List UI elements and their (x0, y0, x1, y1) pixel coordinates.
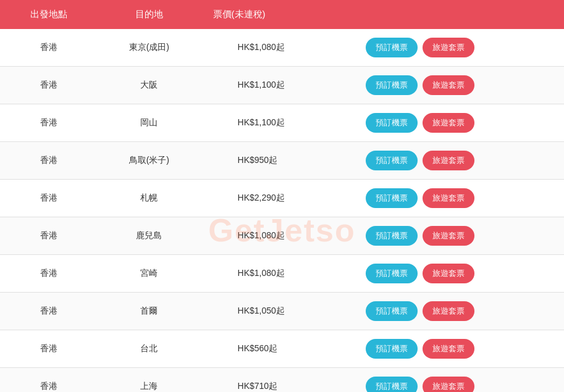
cell-price: HK$1,100起 (201, 67, 353, 104)
cell-price: HK$1,100起 (201, 104, 353, 142)
cell-origin: 香港 (0, 104, 98, 142)
header-destination: 目的地 (98, 0, 200, 29)
book-flight-button[interactable]: 預訂機票 (366, 377, 418, 392)
cell-destination: 東京(成田) (98, 29, 200, 67)
cell-destination: 首爾 (98, 293, 200, 330)
tour-package-button[interactable]: 旅遊套票 (423, 264, 474, 283)
tour-package-button[interactable]: 旅遊套票 (423, 38, 474, 57)
cell-origin: 香港 (0, 180, 98, 217)
tour-package-button[interactable]: 旅遊套票 (423, 113, 474, 133)
cell-actions: 預訂機票旅遊套票 (353, 29, 564, 67)
book-flight-button[interactable]: 預訂機票 (366, 75, 418, 95)
cell-price: HK$950起 (201, 142, 353, 180)
book-flight-button[interactable]: 預訂機票 (366, 301, 418, 321)
tour-package-button[interactable]: 旅遊套票 (423, 226, 474, 246)
cell-origin: 香港 (0, 368, 98, 393)
cell-price: HK$1,080起 (201, 29, 353, 67)
main-table-container: GetJetso 出發地點 目的地 票價(未連稅) 香港東京(成田)HK$1,0… (0, 0, 564, 392)
cell-actions: 預訂機票旅遊套票 (353, 293, 564, 330)
header-actions (353, 0, 564, 29)
cell-price: HK$2,290起 (201, 180, 353, 217)
cell-origin: 香港 (0, 142, 98, 180)
table-header-row: 出發地點 目的地 票價(未連稅) (0, 0, 564, 29)
flights-table: 出發地點 目的地 票價(未連稅) 香港東京(成田)HK$1,080起預訂機票旅遊… (0, 0, 564, 392)
cell-price: HK$1,050起 (201, 293, 353, 330)
book-flight-button[interactable]: 預訂機票 (366, 264, 418, 283)
cell-actions: 預訂機票旅遊套票 (353, 104, 564, 142)
book-flight-button[interactable]: 預訂機票 (366, 226, 418, 246)
cell-actions: 預訂機票旅遊套票 (353, 330, 564, 368)
cell-price: HK$1,080起 (201, 217, 353, 255)
table-row: 香港上海HK$710起預訂機票旅遊套票 (0, 368, 564, 393)
cell-actions: 預訂機票旅遊套票 (353, 368, 564, 393)
table-row: 香港首爾HK$1,050起預訂機票旅遊套票 (0, 293, 564, 330)
cell-destination: 札幌 (98, 180, 200, 217)
cell-actions: 預訂機票旅遊套票 (353, 67, 564, 104)
cell-actions: 預訂機票旅遊套票 (353, 142, 564, 180)
header-price: 票價(未連稅) (201, 0, 353, 29)
cell-price: HK$710起 (201, 368, 353, 393)
tour-package-button[interactable]: 旅遊套票 (423, 188, 474, 208)
cell-price: HK$560起 (201, 330, 353, 368)
tour-package-button[interactable]: 旅遊套票 (423, 301, 474, 321)
header-origin: 出發地點 (0, 0, 98, 29)
tour-package-button[interactable]: 旅遊套票 (423, 339, 474, 359)
cell-origin: 香港 (0, 293, 98, 330)
cell-origin: 香港 (0, 29, 98, 67)
cell-actions: 預訂機票旅遊套票 (353, 180, 564, 217)
tour-package-button[interactable]: 旅遊套票 (423, 377, 474, 392)
table-row: 香港鹿兒島HK$1,080起預訂機票旅遊套票 (0, 217, 564, 255)
book-flight-button[interactable]: 預訂機票 (366, 151, 418, 170)
cell-destination: 大阪 (98, 67, 200, 104)
table-row: 香港宮崎HK$1,080起預訂機票旅遊套票 (0, 255, 564, 293)
table-row: 香港岡山HK$1,100起預訂機票旅遊套票 (0, 104, 564, 142)
table-row: 香港大阪HK$1,100起預訂機票旅遊套票 (0, 67, 564, 104)
table-row: 香港鳥取(米子)HK$950起預訂機票旅遊套票 (0, 142, 564, 180)
cell-origin: 香港 (0, 330, 98, 368)
cell-origin: 香港 (0, 67, 98, 104)
table-row: 香港台北HK$560起預訂機票旅遊套票 (0, 330, 564, 368)
cell-actions: 預訂機票旅遊套票 (353, 217, 564, 255)
tour-package-button[interactable]: 旅遊套票 (423, 75, 474, 95)
table-row: 香港札幌HK$2,290起預訂機票旅遊套票 (0, 180, 564, 217)
book-flight-button[interactable]: 預訂機票 (366, 339, 418, 359)
cell-destination: 上海 (98, 368, 200, 393)
book-flight-button[interactable]: 預訂機票 (366, 188, 418, 208)
book-flight-button[interactable]: 預訂機票 (366, 113, 418, 133)
cell-destination: 鳥取(米子) (98, 142, 200, 180)
cell-destination: 台北 (98, 330, 200, 368)
cell-destination: 岡山 (98, 104, 200, 142)
table-row: 香港東京(成田)HK$1,080起預訂機票旅遊套票 (0, 29, 564, 67)
cell-destination: 宮崎 (98, 255, 200, 293)
cell-origin: 香港 (0, 217, 98, 255)
cell-origin: 香港 (0, 255, 98, 293)
tour-package-button[interactable]: 旅遊套票 (423, 151, 474, 170)
cell-destination: 鹿兒島 (98, 217, 200, 255)
cell-actions: 預訂機票旅遊套票 (353, 255, 564, 293)
cell-price: HK$1,080起 (201, 255, 353, 293)
book-flight-button[interactable]: 預訂機票 (366, 38, 418, 57)
